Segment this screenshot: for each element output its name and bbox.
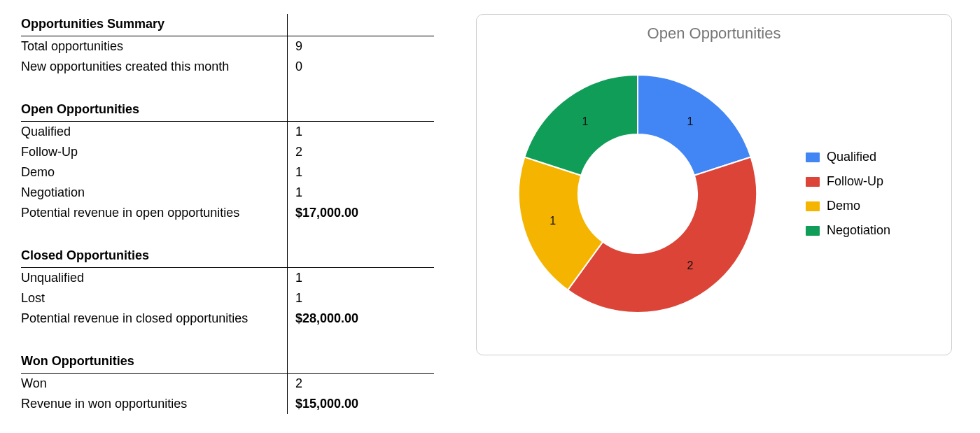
section-heading-closed: Closed Opportunities <box>21 246 434 268</box>
table-row: Follow-Up 2 <box>21 142 434 162</box>
legend-label: Qualified <box>827 150 876 164</box>
chart-legend: QualifiedFollow-UpDemoNegotiation <box>806 150 890 238</box>
table-row-total: Revenue in won opportunities $15,000.00 <box>21 394 434 414</box>
row-value: 2 <box>287 376 434 391</box>
table-row: Won 2 <box>21 374 434 394</box>
row-value: $28,000.00 <box>287 311 434 326</box>
row-label: Demo <box>21 165 287 180</box>
row-value: 1 <box>287 125 434 139</box>
section-heading-won: Won Opportunities <box>21 351 434 374</box>
section-summary: Opportunities Summary Total opportunitie… <box>21 14 434 77</box>
row-label: Qualified <box>21 125 287 139</box>
column-divider <box>287 14 288 414</box>
table-row: Lost 1 <box>21 288 434 308</box>
section-heading-open: Open Opportunities <box>21 99 434 122</box>
row-value: 0 <box>287 59 434 74</box>
row-value: 1 <box>287 291 434 306</box>
row-label: Unqualified <box>21 271 287 285</box>
row-value: 1 <box>287 185 434 200</box>
section-heading-summary: Opportunities Summary <box>21 14 434 36</box>
row-label: Potential revenue in closed opportunitie… <box>21 311 287 326</box>
section-closed: Closed Opportunities Unqualified 1 Lost … <box>21 246 434 329</box>
row-value: 2 <box>287 145 434 159</box>
row-label: Won <box>21 376 287 391</box>
legend-label: Demo <box>827 199 860 213</box>
section-won: Won Opportunities Won 2 Revenue in won o… <box>21 351 434 414</box>
row-label: New opportunities created this month <box>21 59 287 74</box>
table-row: New opportunities created this month 0 <box>21 57 434 77</box>
table-row: Unqualified 1 <box>21 268 434 288</box>
row-label: Negotiation <box>21 185 287 200</box>
row-value: $17,000.00 <box>287 206 434 220</box>
legend-swatch <box>806 226 820 236</box>
row-value: 1 <box>287 165 434 180</box>
table-row: Negotiation 1 <box>21 183 434 203</box>
legend-swatch <box>806 201 820 211</box>
donut-slice <box>568 157 757 313</box>
row-value: 1 <box>287 271 434 285</box>
section-open: Open Opportunities Qualified 1 Follow-Up… <box>21 99 434 223</box>
legend-label: Follow-Up <box>827 174 883 189</box>
legend-item: Demo <box>806 199 890 213</box>
legend-item: Qualified <box>806 150 890 164</box>
table-row: Qualified 1 <box>21 122 434 142</box>
legend-item: Follow-Up <box>806 174 890 189</box>
opportunities-table: Opportunities Summary Total opportunitie… <box>21 14 434 414</box>
table-row: Total opportunities 9 <box>21 36 434 57</box>
row-label: Lost <box>21 291 287 306</box>
row-label: Potential revenue in open opportunities <box>21 206 287 220</box>
row-label: Total opportunities <box>21 39 287 54</box>
donut-slice <box>638 75 751 176</box>
row-value: 9 <box>287 39 434 54</box>
chart-card-open-opportunities: Open Opportunities 1211 QualifiedFollow-… <box>476 14 952 355</box>
donut-chart: 1211 <box>491 47 785 341</box>
legend-swatch <box>806 152 820 162</box>
row-value: $15,000.00 <box>287 397 434 411</box>
chart-title: Open Opportunities <box>491 24 937 43</box>
legend-swatch <box>806 177 820 187</box>
table-row-total: Potential revenue in closed opportunitie… <box>21 308 434 329</box>
row-label: Revenue in won opportunities <box>21 397 287 411</box>
donut-slice <box>524 75 638 176</box>
table-row-total: Potential revenue in open opportunities … <box>21 203 434 223</box>
table-row: Demo 1 <box>21 162 434 183</box>
legend-label: Negotiation <box>827 223 890 238</box>
row-label: Follow-Up <box>21 145 287 159</box>
legend-item: Negotiation <box>806 223 890 238</box>
